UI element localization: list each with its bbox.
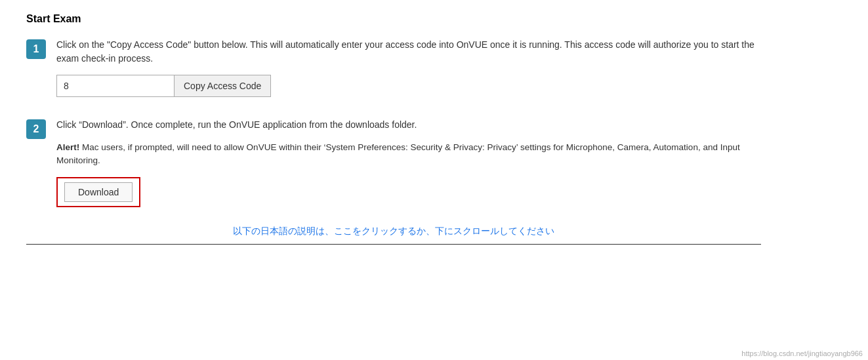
japanese-link[interactable]: 以下の日本語の説明は、ここをクリックするか、下にスクロールしてください [233, 226, 554, 236]
step-2-description: Click “Download”. Once complete, run the… [56, 118, 761, 132]
page-title: Start Exam [26, 13, 761, 25]
step-1-description: Click on the "Copy Access Code" button b… [56, 38, 761, 66]
download-button[interactable]: Download [64, 182, 133, 202]
access-code-input[interactable] [56, 75, 175, 97]
download-button-wrapper: Download [56, 177, 140, 207]
step-2-row: 2 Click “Download”. Once complete, run t… [26, 118, 761, 207]
access-code-row: Copy Access Code [56, 75, 761, 97]
japanese-link-row: 以下の日本語の説明は、ここをクリックするか、下にスクロールしてください [26, 226, 761, 245]
step-2-badge: 2 [26, 119, 46, 139]
step-1-badge: 1 [26, 39, 46, 59]
step-1-row: 1 Click on the "Copy Access Code" button… [26, 38, 761, 100]
step-1-content: Click on the "Copy Access Code" button b… [56, 38, 761, 100]
alert-text: Alert! Mac users, if prompted, will need… [56, 141, 761, 168]
alert-label: Alert! [56, 142, 79, 152]
step-2-content: Click “Download”. Once complete, run the… [56, 118, 761, 207]
alert-body: Mac users, if prompted, will need to all… [56, 142, 740, 165]
watermark: https://blog.csdn.net/jingtiaoyangb966 [741, 350, 863, 357]
copy-access-code-button[interactable]: Copy Access Code [175, 75, 271, 97]
